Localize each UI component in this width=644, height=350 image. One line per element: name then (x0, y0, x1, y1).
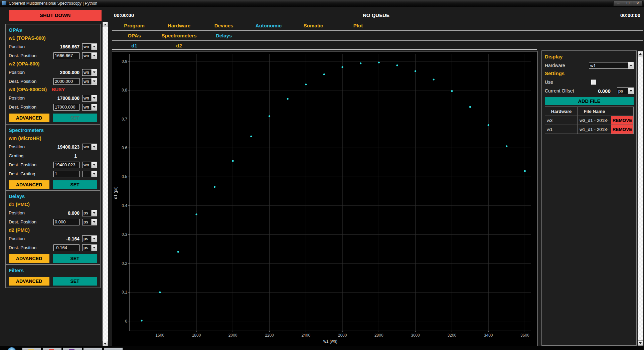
dest-position-input[interactable] (53, 244, 79, 251)
units-select[interactable]: ps (82, 210, 97, 216)
chevron-down-icon[interactable] (91, 245, 97, 251)
svg-text:0.7: 0.7 (122, 117, 127, 122)
set-button[interactable]: SET (53, 277, 97, 286)
remove-button[interactable]: REMOVE (611, 116, 633, 125)
chevron-down-icon[interactable] (91, 236, 97, 242)
group-title: Filters (9, 267, 97, 275)
close-button[interactable]: ✕ (633, 1, 643, 6)
start-button[interactable] (7, 347, 16, 350)
taskbar[interactable] (0, 346, 644, 350)
chevron-down-icon[interactable] (91, 104, 97, 110)
set-button[interactable]: SET (53, 254, 97, 263)
svg-text:0.8: 0.8 (122, 88, 127, 93)
subtab-delays[interactable]: Delays (201, 32, 246, 40)
units-select[interactable]: ps (82, 219, 97, 225)
taskbar-button-red-app[interactable] (42, 347, 62, 350)
taskbar-button-purple-app[interactable] (63, 347, 82, 350)
screen: Coherent Multidimensional Spectroscopy |… (0, 0, 644, 350)
chevron-down-icon[interactable] (91, 219, 97, 225)
advanced-button[interactable]: ADVANCED (9, 277, 49, 286)
units-select[interactable]: wn (82, 69, 97, 76)
group-title: Delays (9, 193, 97, 201)
add-file-button[interactable]: ADD FILE (545, 97, 634, 105)
plot-canvas[interactable]: 1600180020002200240026002800300032003400… (112, 51, 537, 347)
sidebar-scrollbar[interactable] (103, 22, 108, 346)
dest-position-input[interactable] (53, 104, 79, 111)
units-value: wn (83, 105, 91, 110)
panel-scrollbar[interactable] (638, 51, 643, 346)
group-filters: FiltersADVANCEDSET (5, 264, 101, 288)
offset-unit-select[interactable]: ps (617, 88, 634, 94)
units-select[interactable] (82, 171, 97, 177)
use-checkbox[interactable] (591, 79, 596, 85)
offset-unit-value: ps (617, 89, 628, 94)
units-select[interactable]: wn (82, 95, 97, 102)
scroll-down-icon[interactable] (638, 340, 643, 346)
units-select[interactable]: wn (82, 104, 97, 111)
dest-position-input[interactable] (53, 219, 79, 225)
column-header: File Name (578, 107, 611, 116)
dest-position-input[interactable] (53, 162, 79, 168)
svg-text:3000: 3000 (411, 333, 420, 338)
units-select[interactable]: ps (82, 235, 97, 242)
elapsed-timer: 00:00:00 (114, 12, 134, 18)
tab-hardware[interactable]: Hardware (157, 22, 201, 30)
taskbar-button-gray-app-2[interactable] (104, 347, 123, 350)
subtab-spectrometers[interactable]: Spectrometers (157, 32, 201, 40)
svg-text:0.3: 0.3 (122, 232, 127, 237)
device-tab-d1[interactable]: d1 (112, 42, 157, 50)
group-spectrometers: Spectrometerswm (MicroHR)Position19400.0… (5, 124, 101, 192)
chevron-down-icon[interactable] (91, 69, 97, 75)
device-name: w1 (TOPAS-800) (9, 35, 46, 41)
chevron-down-icon[interactable] (91, 162, 97, 168)
column-header (611, 107, 633, 116)
row-hardware: w3 (545, 116, 578, 125)
device-tab-d2[interactable]: d2 (157, 42, 201, 50)
advanced-button[interactable]: ADVANCED (9, 254, 49, 263)
units-select[interactable]: wn (82, 162, 97, 168)
scroll-up-icon[interactable] (638, 51, 643, 56)
tab-devices[interactable]: Devices (201, 22, 246, 30)
chevron-down-icon[interactable] (91, 44, 97, 50)
chevron-down-icon[interactable] (628, 88, 633, 94)
set-button[interactable]: SET (53, 114, 97, 122)
svg-text:2200: 2200 (265, 333, 274, 338)
units-select[interactable]: wn (82, 78, 97, 85)
svg-text:2800: 2800 (374, 333, 383, 338)
units-select[interactable]: ps (82, 244, 97, 251)
remove-button[interactable]: REMOVE (611, 125, 633, 134)
advanced-button[interactable]: ADVANCED (9, 180, 49, 189)
units-select[interactable]: wn (82, 52, 97, 59)
chevron-down-icon[interactable] (91, 210, 97, 216)
chevron-down-icon[interactable] (91, 144, 97, 150)
dest-position-input[interactable] (53, 52, 79, 59)
tab-program[interactable]: Program (112, 22, 157, 30)
shutdown-button[interactable]: SHUT DOWN (9, 10, 102, 21)
field-label: Dest. Position (9, 79, 53, 84)
scroll-up-icon[interactable] (103, 22, 108, 27)
tab-autonomic[interactable]: Autonomic (246, 22, 291, 30)
dest-position-input[interactable] (53, 171, 79, 177)
advanced-button[interactable]: ADVANCED (9, 114, 49, 122)
scroll-down-icon[interactable] (103, 341, 108, 346)
units-select[interactable]: wn (82, 43, 97, 50)
chevron-down-icon[interactable] (91, 78, 97, 84)
units-value: wn (83, 144, 91, 149)
hardware-select[interactable]: w1 (589, 62, 634, 69)
svg-text:3200: 3200 (448, 333, 457, 338)
dest-position-input[interactable] (53, 78, 79, 85)
chevron-down-icon[interactable] (91, 171, 97, 177)
taskbar-button-explorer[interactable] (22, 347, 41, 350)
taskbar-button-gray-app-1[interactable] (83, 347, 103, 350)
svg-text:2000: 2000 (228, 333, 237, 338)
tab-plot[interactable]: Plot (336, 22, 380, 30)
maximize-button[interactable]: ❐ (623, 1, 633, 6)
chevron-down-icon[interactable] (91, 95, 97, 101)
units-select[interactable]: wn (82, 144, 97, 150)
set-button[interactable]: SET (53, 180, 97, 189)
chevron-down-icon[interactable] (91, 53, 97, 59)
tab-somatic[interactable]: Somatic (291, 22, 336, 30)
minimize-button[interactable]: ─ (613, 1, 623, 6)
chevron-down-icon[interactable] (628, 62, 633, 68)
subtab-opas[interactable]: OPAs (112, 32, 157, 40)
